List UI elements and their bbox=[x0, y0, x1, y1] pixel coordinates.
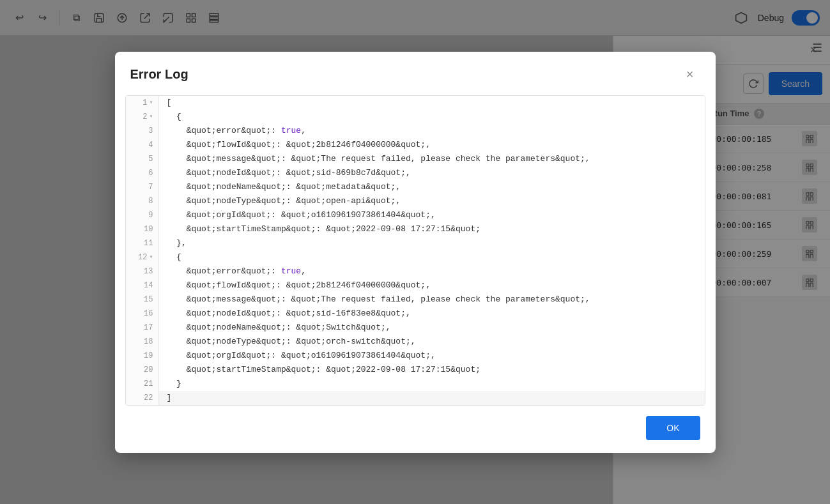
code-line: 17 &quot;nodeName&quot;: &quot;Switch&qu… bbox=[126, 321, 705, 335]
code-content: &quot;error&quot;: true, bbox=[159, 264, 314, 279]
line-number: 1 ▾ bbox=[126, 96, 159, 110]
code-content: &quot;nodeName&quot;: &quot;Switch&quot;… bbox=[159, 321, 399, 335]
line-number: 18 bbox=[126, 335, 159, 349]
error-log-modal: Error Log × 1 ▾[2 ▾ {3 &quot;error&quot;… bbox=[115, 52, 716, 453]
fold-arrow[interactable]: ▾ bbox=[149, 250, 153, 264]
code-content: &quot;message&quot;: &quot;The request f… bbox=[159, 293, 598, 307]
line-number: 2 ▾ bbox=[126, 110, 159, 124]
line-number: 14 bbox=[126, 279, 159, 293]
code-content: }, bbox=[159, 236, 194, 250]
code-content: &quot;flowId&quot;: &quot;2b81246f040000… bbox=[159, 138, 438, 152]
line-number: 7 bbox=[126, 180, 159, 194]
modal-header: Error Log × bbox=[115, 52, 716, 95]
code-viewer: 1 ▾[2 ▾ {3 &quot;error&quot;: true,4 &qu… bbox=[125, 95, 705, 406]
code-line: 3 &quot;error&quot;: true, bbox=[126, 124, 705, 138]
line-number: 20 bbox=[126, 363, 159, 377]
fold-arrow[interactable]: ▾ bbox=[149, 110, 153, 124]
code-line: 18 &quot;nodeType&quot;: &quot;orch-swit… bbox=[126, 335, 705, 349]
line-number: 16 bbox=[126, 307, 159, 321]
code-content: &quot;nodeType&quot;: &quot;open-api&quo… bbox=[159, 194, 409, 208]
code-line: 16 &quot;nodeId&quot;: &quot;sid-16f83ee… bbox=[126, 307, 705, 321]
code-line: 21 } bbox=[126, 377, 705, 391]
line-number: 6 bbox=[126, 166, 159, 180]
code-line: 9 &quot;orgId&quot;: &quot;o161096190738… bbox=[126, 208, 705, 222]
code-content: { bbox=[159, 110, 189, 124]
code-line: 19 &quot;orgId&quot;: &quot;o16109619073… bbox=[126, 349, 705, 363]
ok-button[interactable]: OK bbox=[646, 416, 700, 440]
code-line: 2 ▾ { bbox=[126, 110, 705, 124]
code-line: 5 &quot;message&quot;: &quot;The request… bbox=[126, 152, 705, 166]
code-content: ] bbox=[159, 391, 180, 405]
line-number: 19 bbox=[126, 349, 159, 363]
line-number: 12 ▾ bbox=[126, 250, 159, 264]
line-number: 15 bbox=[126, 293, 159, 307]
modal-title: Error Log bbox=[130, 67, 188, 82]
code-content: [ bbox=[159, 96, 180, 110]
code-content: } bbox=[159, 377, 189, 391]
code-content: { bbox=[159, 250, 189, 264]
code-line: 20 &quot;startTimeStamp&quot;: &quot;202… bbox=[126, 363, 705, 377]
code-line: 15 &quot;message&quot;: &quot;The reques… bbox=[126, 293, 705, 307]
code-line: 13 &quot;error&quot;: true, bbox=[126, 264, 705, 279]
code-line: 11 }, bbox=[126, 236, 705, 250]
line-number: 21 bbox=[126, 377, 159, 391]
line-number: 9 bbox=[126, 208, 159, 222]
code-content: &quot;startTimeStamp&quot;: &quot;2022-0… bbox=[159, 222, 488, 236]
line-number: 11 bbox=[126, 236, 159, 250]
code-scroll-area[interactable]: 1 ▾[2 ▾ {3 &quot;error&quot;: true,4 &qu… bbox=[126, 96, 705, 405]
code-content: &quot;message&quot;: &quot;The request f… bbox=[159, 152, 598, 166]
code-line: 8 &quot;nodeType&quot;: &quot;open-api&q… bbox=[126, 194, 705, 208]
line-number: 4 bbox=[126, 138, 159, 152]
code-line: 7 &quot;nodeName&quot;: &quot;metadata&q… bbox=[126, 180, 705, 194]
code-content: &quot;nodeId&quot;: &quot;sid-869b8c7d&q… bbox=[159, 166, 419, 180]
code-line: 12 ▾ { bbox=[126, 250, 705, 264]
code-content: &quot;orgId&quot;: &quot;o16109619073861… bbox=[159, 349, 443, 363]
code-content: &quot;nodeId&quot;: &quot;sid-16f83ee8&q… bbox=[159, 307, 419, 321]
code-content: &quot;orgId&quot;: &quot;o16109619073861… bbox=[159, 208, 443, 222]
modal-footer: OK bbox=[115, 406, 716, 453]
code-line: 6 &quot;nodeId&quot;: &quot;sid-869b8c7d… bbox=[126, 166, 705, 180]
code-line: 1 ▾[ bbox=[126, 96, 705, 110]
code-line: 22] bbox=[126, 391, 705, 405]
line-number: 17 bbox=[126, 321, 159, 335]
code-line: 14 &quot;flowId&quot;: &quot;2b81246f040… bbox=[126, 279, 705, 293]
modal-close-button[interactable]: × bbox=[680, 65, 700, 85]
line-number: 13 bbox=[126, 264, 159, 279]
code-content: &quot;nodeName&quot;: &quot;metadata&quo… bbox=[159, 180, 409, 194]
line-number: 3 bbox=[126, 124, 159, 138]
fold-arrow[interactable]: ▾ bbox=[149, 96, 153, 110]
code-content: &quot;error&quot;: true, bbox=[159, 124, 314, 138]
code-content: &quot;nodeType&quot;: &quot;orch-switch&… bbox=[159, 335, 424, 349]
line-number: 8 bbox=[126, 194, 159, 208]
line-number: 10 bbox=[126, 222, 159, 236]
line-number: 22 bbox=[126, 391, 159, 405]
code-line: 4 &quot;flowId&quot;: &quot;2b81246f0400… bbox=[126, 138, 705, 152]
line-number: 5 bbox=[126, 152, 159, 166]
code-content: &quot;flowId&quot;: &quot;2b81246f040000… bbox=[159, 279, 438, 293]
code-content: &quot;startTimeStamp&quot;: &quot;2022-0… bbox=[159, 363, 488, 377]
code-line: 10 &quot;startTimeStamp&quot;: &quot;202… bbox=[126, 222, 705, 236]
